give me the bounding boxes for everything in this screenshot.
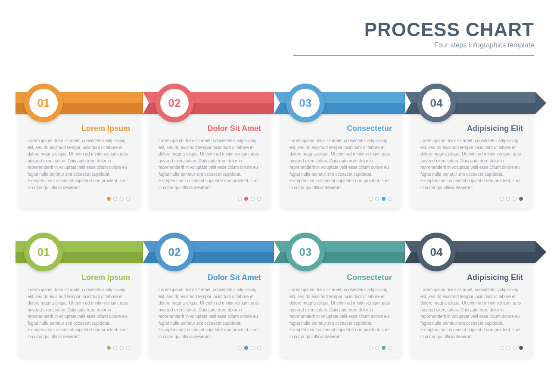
dot [513, 346, 516, 350]
dot [238, 197, 242, 201]
step-number: 04 [422, 89, 451, 117]
dot [382, 346, 386, 350]
dot [506, 346, 510, 350]
dot [113, 197, 117, 201]
dot [513, 197, 516, 201]
dot [238, 346, 242, 350]
dot [388, 197, 392, 201]
step-number-badge: 03 [286, 84, 325, 122]
step-body-text: Lorem ipsum dolor sit amet, consectetur … [420, 137, 523, 191]
step-body-text: Lorem ipsum dolor sit amet, consectetur … [159, 286, 261, 340]
step-body-text: Lorem ipsum dolor sit amet, consectetur … [28, 286, 130, 340]
step-progress-dots [28, 346, 130, 350]
dot [500, 197, 504, 201]
process-step-card: 01Lorem IpsumLorem ipsum dolor sit amet,… [18, 243, 140, 358]
step-number-badge: 04 [417, 84, 456, 122]
dot [107, 197, 111, 201]
dot [251, 346, 255, 350]
dot [375, 346, 379, 350]
step-number-badge: 03 [286, 233, 325, 271]
process-row: 01Lorem IpsumLorem ipsum dolor sit amet,… [18, 94, 542, 208]
dot [500, 346, 504, 350]
process-rows: 01Lorem IpsumLorem ipsum dolor sit amet,… [18, 94, 542, 392]
step-title: Consectetur [289, 124, 392, 133]
step-body-text: Lorem ipsum dolor sit amet, consectetur … [420, 286, 523, 340]
dot [126, 197, 130, 201]
process-row: 01Lorem IpsumLorem ipsum dolor sit amet,… [18, 243, 542, 358]
step-number-badge: 01 [24, 233, 63, 271]
step-number-badge: 01 [24, 84, 63, 122]
step-title: Adipisicing Elit [420, 124, 523, 133]
page-title: PROCESS CHART [293, 19, 534, 40]
step-number: 04 [422, 238, 451, 266]
step-progress-dots [289, 346, 392, 350]
dot [388, 346, 392, 350]
step-progress-dots [28, 197, 130, 201]
step-number: 01 [29, 89, 58, 117]
dot [375, 197, 379, 201]
process-step-card: 02Dolor Sit AmetLorem ipsum dolor sit am… [149, 243, 271, 358]
step-progress-dots [420, 197, 523, 201]
step-title: Dolor Sit Amet [159, 124, 261, 133]
process-step-card: 04Adipisicing ElitLorem ipsum dolor sit … [411, 243, 532, 358]
step-title: Adipisicing Elit [420, 273, 523, 282]
dot [519, 346, 523, 350]
step-progress-dots [289, 197, 392, 201]
dot [519, 197, 523, 201]
dot [120, 197, 124, 201]
step-body-text: Lorem ipsum dolor sit amet, consectetur … [28, 137, 130, 191]
step-progress-dots [420, 346, 523, 350]
step-number-badge: 02 [155, 84, 194, 122]
process-step-card: 04Adipisicing ElitLorem ipsum dolor sit … [411, 94, 532, 208]
step-number: 03 [291, 238, 320, 266]
dot [113, 346, 117, 350]
step-number: 01 [29, 238, 58, 266]
header: PROCESS CHART Four steps infographics te… [293, 19, 534, 56]
step-body-text: Lorem ipsum dolor sit amet, consectetur … [289, 137, 392, 191]
step-title: Dolor Sit Amet [159, 273, 261, 282]
process-step-card: 03ConsecteturLorem ipsum dolor sit amet,… [280, 94, 401, 208]
step-progress-dots [159, 197, 261, 201]
dot [126, 346, 130, 350]
dot [257, 197, 261, 201]
dot [369, 346, 373, 350]
step-number-badge: 04 [417, 233, 456, 271]
step-number: 02 [160, 238, 189, 266]
dot [369, 197, 373, 201]
step-number: 03 [291, 89, 320, 117]
dot [382, 197, 386, 201]
step-body-text: Lorem ipsum dolor sit amet, consectetur … [159, 137, 261, 191]
dot [244, 346, 248, 350]
dot [506, 197, 510, 201]
step-title: Lorem Ipsum [28, 273, 130, 282]
process-step-card: 03ConsecteturLorem ipsum dolor sit amet,… [280, 243, 401, 358]
step-number: 02 [160, 89, 189, 117]
step-progress-dots [159, 346, 261, 350]
step-title: Consectetur [289, 273, 392, 282]
dot [257, 346, 261, 350]
page-subtitle: Four steps infographics template [293, 41, 534, 49]
step-title: Lorem Ipsum [28, 124, 130, 133]
dot [120, 346, 124, 350]
dot [244, 197, 248, 201]
step-number-badge: 02 [155, 233, 194, 271]
process-step-card: 02Dolor Sit AmetLorem ipsum dolor sit am… [149, 94, 271, 208]
process-step-card: 01Lorem IpsumLorem ipsum dolor sit amet,… [18, 94, 140, 208]
dot [107, 346, 111, 350]
header-rule [293, 55, 534, 56]
dot [251, 197, 255, 201]
step-body-text: Lorem ipsum dolor sit amet, consectetur … [289, 286, 392, 340]
